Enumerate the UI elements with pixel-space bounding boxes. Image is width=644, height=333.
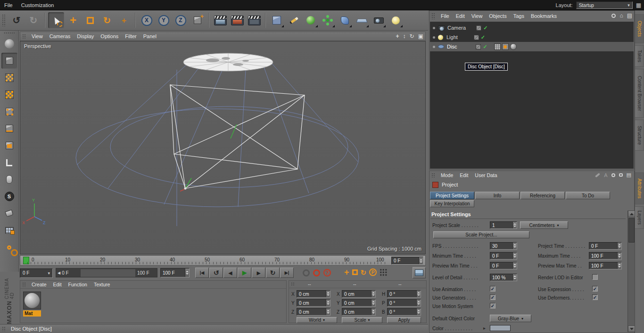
- color-swatch[interactable]: [490, 325, 511, 331]
- workplane-mode-button[interactable]: [1, 87, 17, 103]
- snap-settings-button[interactable]: S: [1, 188, 17, 204]
- om-menu-bookmarks[interactable]: Bookmarks: [528, 11, 560, 21]
- om-grip[interactable]: [431, 13, 436, 19]
- size-y-field[interactable]: 0 cm: [342, 299, 376, 307]
- tab-attributes[interactable]: Attributes: [635, 172, 644, 204]
- vp-menu-display[interactable]: Display: [74, 32, 97, 41]
- viewport[interactable]: Y X Z Perspective Grid Spacing : 1000 cm: [20, 41, 426, 254]
- object-row-light[interactable]: Light ✓: [430, 32, 634, 42]
- attr-menu-userdata[interactable]: User Data: [471, 171, 500, 179]
- project-scale-field[interactable]: 1: [490, 221, 517, 229]
- scroll-up-button[interactable]: [628, 211, 635, 217]
- menu-file[interactable]: File: [0, 0, 17, 10]
- fill-tool-button[interactable]: [1, 205, 17, 221]
- spline-pen-button[interactable]: [286, 12, 302, 28]
- move-tool-button[interactable]: +: [65, 12, 81, 28]
- pos-x-field[interactable]: 0 cm: [297, 290, 330, 298]
- frame-preset-select[interactable]: 0 F▾: [20, 268, 53, 278]
- layout-select[interactable]: Startup ▾: [576, 1, 633, 9]
- use-generators-checkbox[interactable]: ✓: [490, 294, 495, 300]
- om-menu-tags[interactable]: Tags: [510, 11, 528, 21]
- current-frame-field[interactable]: 0 F: [391, 257, 423, 265]
- keyframe-selection-icon[interactable]: [380, 268, 387, 276]
- vp-menu-panel[interactable]: Panel: [140, 32, 160, 41]
- preview-min-field[interactable]: 0 F: [490, 262, 517, 269]
- render-lod-checkbox[interactable]: [592, 274, 598, 280]
- lock-x-axis-button[interactable]: X: [139, 12, 155, 28]
- tab-key-interpolation[interactable]: Key Interpolation: [430, 200, 474, 207]
- trackball-tool-button[interactable]: [1, 36, 17, 52]
- tab-todo[interactable]: To Do: [566, 192, 610, 199]
- mat-menu-function[interactable]: Function: [65, 281, 91, 288]
- make-editable-button[interactable]: [1, 53, 17, 69]
- record-rotation-toggle[interactable]: ↻: [361, 269, 367, 276]
- world-mode-select[interactable]: World▾: [297, 317, 337, 323]
- home-icon[interactable]: ⌂: [619, 12, 623, 19]
- vp-menu-filter[interactable]: Filter: [122, 32, 140, 41]
- picture-viewer-button[interactable]: [413, 267, 426, 278]
- attr-menu-mode[interactable]: Mode: [438, 171, 456, 179]
- record-objects-button[interactable]: [303, 269, 310, 276]
- object-list[interactable]: Camera ✓ Light ✓ Disc ✓: [430, 22, 634, 169]
- generators-button[interactable]: [320, 12, 336, 28]
- om-menu-file[interactable]: File: [438, 11, 453, 21]
- visibility-toggle[interactable]: [476, 44, 481, 49]
- material-name-label[interactable]: Mat: [23, 310, 41, 317]
- apply-button[interactable]: Apply: [387, 317, 421, 323]
- floor-environment-button[interactable]: [354, 12, 370, 28]
- record-scale-toggle[interactable]: [352, 269, 358, 275]
- autokey-button[interactable]: [313, 269, 320, 276]
- default-color-select[interactable]: Gray-Blue▾: [490, 315, 531, 322]
- panel-icon[interactable]: ▤: [627, 172, 631, 178]
- lock-y-axis-button[interactable]: Y: [156, 12, 172, 28]
- deformer-button[interactable]: [337, 12, 353, 28]
- lock-icon[interactable]: [619, 173, 623, 177]
- attr-menu-edit[interactable]: Edit: [456, 171, 471, 179]
- preview-range-slider[interactable]: ◀ 0 F 100 F: [56, 268, 157, 277]
- eyedropper-icon[interactable]: [595, 172, 600, 177]
- scale-tool-button[interactable]: [82, 12, 98, 28]
- last-tool-button[interactable]: +: [116, 12, 132, 28]
- prev-frame-button[interactable]: ◀: [223, 268, 237, 278]
- rot-b-field[interactable]: 0 °: [387, 308, 421, 316]
- chain-link-button[interactable]: [1, 239, 17, 255]
- om-menu-edit[interactable]: Edit: [453, 11, 468, 21]
- undo-button[interactable]: ↺: [8, 12, 25, 28]
- search-icon[interactable]: [611, 173, 615, 177]
- coords-grip[interactable]: [291, 282, 295, 286]
- expand-arrow-icon[interactable]: ▸: [483, 325, 486, 331]
- timeline-ruler[interactable]: 0 10 20 30 40 50 60 70 80 90 100 0 F: [20, 255, 426, 266]
- use-expression-checkbox[interactable]: ✓: [592, 286, 598, 292]
- scroll-down-button[interactable]: [628, 325, 635, 332]
- preview-max-field[interactable]: 100 F: [589, 262, 622, 269]
- layout-grid-icon[interactable]: ▦: [636, 2, 641, 8]
- record-parameter-toggle[interactable]: P: [369, 268, 377, 276]
- record-position-toggle[interactable]: +: [344, 268, 349, 276]
- menu-customization[interactable]: Customization: [17, 0, 58, 10]
- tab-info[interactable]: Info: [475, 192, 520, 199]
- scale-mode-select[interactable]: Scale▾: [342, 317, 382, 323]
- subdivision-surface-button[interactable]: [303, 12, 319, 28]
- phong-tag-icon[interactable]: [502, 43, 509, 50]
- pan-view-icon[interactable]: +: [396, 33, 399, 40]
- visibility-toggle[interactable]: [476, 25, 481, 31]
- render-settings-button[interactable]: [246, 12, 262, 28]
- edges-mode-button[interactable]: [1, 121, 17, 137]
- goto-start-button[interactable]: |◀: [195, 268, 209, 278]
- tab-takes[interactable]: Takes: [635, 45, 644, 67]
- mat-menu-edit[interactable]: Edit: [50, 281, 65, 288]
- tab-layers[interactable]: Layers: [635, 206, 644, 229]
- scale-project-button[interactable]: Scale Project...: [433, 231, 529, 238]
- play-button[interactable]: ▶: [238, 268, 251, 278]
- use-motion-checkbox[interactable]: ✓: [490, 303, 495, 309]
- tweak-mode-button[interactable]: [1, 171, 17, 187]
- size-z-field[interactable]: 0 cm: [342, 308, 376, 316]
- range-end-handle[interactable]: 100 F: [135, 268, 157, 277]
- range-start-handle[interactable]: ◀ 0 F: [56, 268, 81, 277]
- material-menu-grip[interactable]: [22, 282, 26, 287]
- mat-menu-texture[interactable]: Texture: [91, 281, 113, 288]
- search-icon[interactable]: [611, 14, 616, 18]
- pos-z-field[interactable]: 0 cm: [297, 308, 330, 316]
- workplane-lock-button[interactable]: [1, 222, 17, 238]
- attr-grip[interactable]: [431, 173, 436, 178]
